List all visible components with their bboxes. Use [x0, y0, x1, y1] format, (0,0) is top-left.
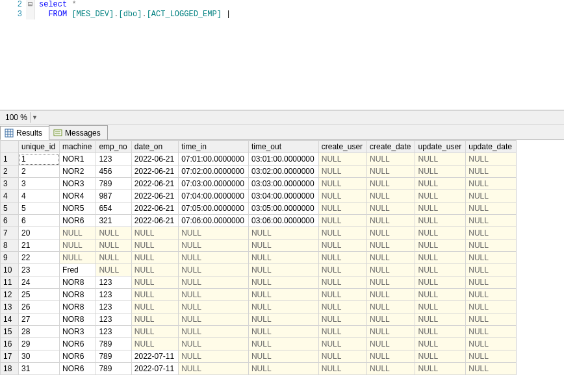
cell[interactable]: 1: [19, 153, 60, 165]
cell[interactable]: NULL: [318, 338, 366, 350]
cell[interactable]: NULL: [96, 239, 131, 252]
cell[interactable]: NULL: [367, 350, 415, 363]
cell[interactable]: NULL: [179, 239, 249, 252]
table-row[interactable]: 1427NOR8123NULLNULLNULLNULLNULLNULLNULL: [1, 313, 517, 326]
cell[interactable]: NULL: [131, 239, 178, 252]
cell[interactable]: NULL: [466, 190, 517, 202]
cell[interactable]: 321: [96, 215, 131, 227]
cell[interactable]: 03:03:00.0000000: [248, 178, 318, 190]
cell[interactable]: 03:02:00.0000000: [248, 165, 318, 178]
row-header[interactable]: 3: [1, 178, 19, 190]
cell[interactable]: NULL: [248, 276, 318, 289]
cell[interactable]: 26: [19, 301, 60, 313]
cell[interactable]: NULL: [131, 338, 178, 350]
cell[interactable]: 456: [96, 165, 131, 178]
cell[interactable]: NULL: [248, 227, 318, 239]
cell[interactable]: NULL: [367, 153, 415, 165]
cell[interactable]: 07:03:00.0000000: [179, 178, 249, 190]
tab-messages[interactable]: Messages: [49, 125, 108, 140]
cell[interactable]: NULL: [415, 190, 466, 202]
cell[interactable]: NULL: [248, 264, 318, 276]
cell[interactable]: NULL: [318, 313, 366, 326]
cell[interactable]: NULL: [367, 165, 415, 178]
table-row[interactable]: 720NULLNULLNULLNULLNULLNULLNULLNULLNULL: [1, 227, 517, 239]
cell[interactable]: NULL: [179, 350, 249, 363]
cell[interactable]: NULL: [367, 227, 415, 239]
cell[interactable]: NULL: [466, 289, 517, 301]
cell[interactable]: NOR8: [60, 301, 96, 313]
cell[interactable]: 4: [19, 190, 60, 202]
cell[interactable]: NULL: [415, 338, 466, 350]
column-header[interactable]: update_user: [415, 141, 466, 153]
cell[interactable]: 03:04:00.0000000: [248, 190, 318, 202]
cell[interactable]: NULL: [179, 264, 249, 276]
cell[interactable]: NULL: [466, 165, 517, 178]
cell[interactable]: NULL: [466, 326, 517, 338]
cell[interactable]: 123: [96, 313, 131, 326]
cell[interactable]: NULL: [96, 227, 131, 239]
cell[interactable]: 31: [19, 363, 60, 375]
cell[interactable]: NULL: [179, 227, 249, 239]
table-row[interactable]: 1023FredNULLNULLNULLNULLNULLNULLNULLNULL: [1, 264, 517, 276]
row-header[interactable]: 1: [1, 153, 19, 165]
row-header[interactable]: 16: [1, 338, 19, 350]
cell[interactable]: NULL: [466, 350, 517, 363]
cell[interactable]: NULL: [415, 153, 466, 165]
cell[interactable]: 27: [19, 313, 60, 326]
table-row[interactable]: 1124NOR8123NULLNULLNULLNULLNULLNULLNULL: [1, 276, 517, 289]
cell[interactable]: 2022-06-21: [131, 215, 178, 227]
table-row[interactable]: 1528NOR3123NULLNULLNULLNULLNULLNULLNULL: [1, 326, 517, 338]
cell[interactable]: NULL: [248, 363, 318, 375]
table-row[interactable]: 1831NOR67892022-07-11NULLNULLNULLNULLNUL…: [1, 363, 517, 375]
cell[interactable]: NULL: [131, 289, 178, 301]
cell[interactable]: NULL: [415, 178, 466, 190]
cell[interactable]: NULL: [248, 338, 318, 350]
cell[interactable]: 29: [19, 338, 60, 350]
cell[interactable]: 123: [96, 276, 131, 289]
row-header[interactable]: 8: [1, 239, 19, 252]
cell[interactable]: NULL: [179, 363, 249, 375]
cell[interactable]: NULL: [466, 215, 517, 227]
results-grid-container[interactable]: unique_idmachineemp_nodate_ontime_intime…: [0, 140, 564, 392]
cell[interactable]: 25: [19, 289, 60, 301]
cell[interactable]: NULL: [415, 326, 466, 338]
cell[interactable]: NULL: [131, 227, 178, 239]
cell[interactable]: 24: [19, 276, 60, 289]
cell[interactable]: NULL: [248, 239, 318, 252]
cell[interactable]: NULL: [318, 252, 366, 264]
cell[interactable]: NOR6: [60, 363, 96, 375]
column-header[interactable]: time_in: [179, 141, 249, 153]
cell[interactable]: 987: [96, 190, 131, 202]
cell[interactable]: NULL: [318, 202, 366, 215]
column-header[interactable]: time_out: [248, 141, 318, 153]
fold-gutter[interactable]: [26, 10, 35, 19]
cell[interactable]: 07:01:00.0000000: [179, 153, 249, 165]
cell[interactable]: NULL: [367, 326, 415, 338]
table-row[interactable]: 44NOR49872022-06-2107:04:00.000000003:04…: [1, 190, 517, 202]
cell[interactable]: NULL: [131, 252, 178, 264]
cell[interactable]: NULL: [415, 227, 466, 239]
cell[interactable]: 6: [19, 215, 60, 227]
cell[interactable]: NULL: [466, 239, 517, 252]
table-row[interactable]: 1225NOR8123NULLNULLNULLNULLNULLNULLNULL: [1, 289, 517, 301]
cell[interactable]: NULL: [415, 252, 466, 264]
cell[interactable]: 07:04:00.0000000: [179, 190, 249, 202]
row-header[interactable]: 13: [1, 301, 19, 313]
cell[interactable]: NULL: [415, 363, 466, 375]
cell[interactable]: NULL: [318, 239, 366, 252]
code-text[interactable]: select *: [35, 0, 77, 10]
cell[interactable]: 789: [96, 338, 131, 350]
cell[interactable]: NULL: [318, 178, 366, 190]
cell[interactable]: NOR8: [60, 289, 96, 301]
cell[interactable]: NULL: [248, 350, 318, 363]
cell[interactable]: NULL: [415, 289, 466, 301]
row-header[interactable]: 5: [1, 202, 19, 215]
table-row[interactable]: 11NOR11232022-06-2107:01:00.000000003:01…: [1, 153, 517, 165]
cell[interactable]: NULL: [248, 326, 318, 338]
cell[interactable]: NULL: [466, 264, 517, 276]
cell[interactable]: NULL: [96, 264, 131, 276]
cell[interactable]: 20: [19, 227, 60, 239]
cell[interactable]: NULL: [415, 301, 466, 313]
tab-results[interactable]: Results: [0, 126, 49, 140]
cell[interactable]: NULL: [318, 190, 366, 202]
